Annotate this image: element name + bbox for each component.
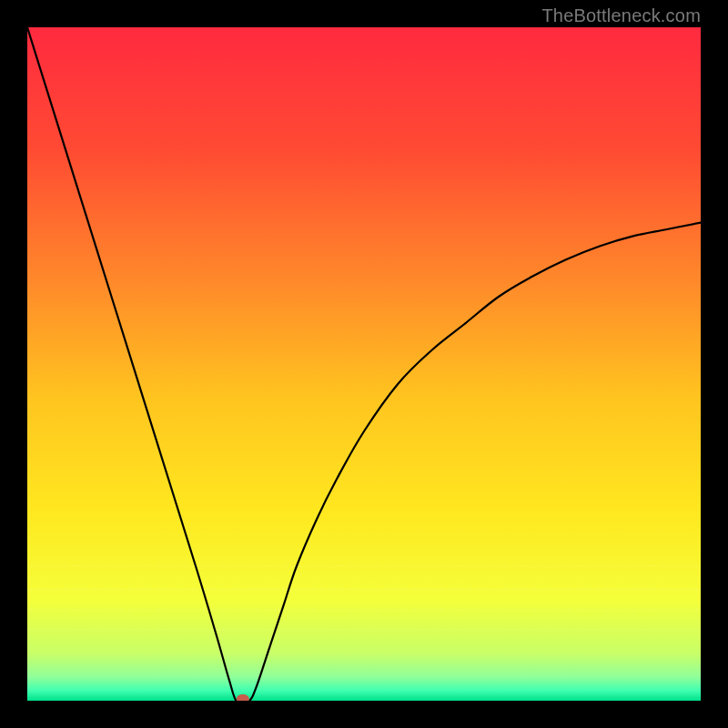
svg-point-75	[308, 565, 310, 567]
svg-point-489	[511, 609, 513, 611]
svg-point-133	[527, 565, 529, 567]
svg-point-588	[207, 630, 209, 632]
svg-point-63	[264, 565, 266, 567]
svg-point-36	[162, 565, 164, 567]
svg-point-386	[125, 609, 126, 611]
svg-point-385	[121, 609, 123, 611]
svg-point-518	[621, 609, 622, 611]
svg-point-535	[685, 609, 687, 611]
svg-point-50	[215, 565, 217, 567]
svg-point-338	[621, 589, 622, 591]
svg-point-77	[317, 565, 318, 567]
svg-point-163	[640, 565, 642, 567]
svg-point-76	[312, 565, 314, 567]
chart-svg	[27, 27, 701, 701]
svg-point-231	[218, 589, 220, 591]
svg-point-43	[188, 565, 190, 567]
svg-point-376	[86, 609, 88, 611]
svg-point-622	[335, 630, 337, 632]
svg-point-583	[188, 630, 190, 632]
svg-point-564	[116, 630, 118, 632]
svg-point-270	[365, 589, 367, 591]
svg-point-128	[508, 565, 510, 567]
svg-point-527	[655, 609, 657, 611]
svg-point-700	[629, 630, 631, 632]
svg-point-273	[377, 589, 379, 591]
svg-point-229	[211, 589, 213, 591]
svg-point-293	[451, 589, 453, 591]
svg-point-484	[493, 609, 495, 611]
svg-point-297	[467, 589, 469, 591]
svg-point-414	[229, 609, 231, 611]
svg-point-15	[83, 565, 85, 567]
svg-point-244	[268, 589, 269, 591]
svg-point-328	[583, 589, 585, 591]
svg-point-245	[271, 589, 273, 591]
svg-point-367	[53, 609, 55, 611]
svg-point-159	[625, 565, 627, 567]
svg-point-476	[463, 609, 465, 611]
svg-point-107	[430, 565, 431, 567]
svg-point-66	[275, 565, 277, 567]
svg-point-648	[433, 630, 435, 632]
svg-point-48	[207, 565, 209, 567]
svg-point-233	[226, 589, 228, 591]
svg-point-678	[546, 630, 548, 632]
svg-point-378	[95, 609, 96, 611]
svg-point-110	[440, 565, 442, 567]
svg-point-673	[527, 630, 529, 632]
svg-point-185	[46, 589, 47, 591]
svg-point-334	[606, 589, 608, 591]
svg-point-88	[358, 565, 359, 567]
svg-point-152	[599, 565, 601, 567]
svg-point-532	[673, 609, 675, 611]
svg-point-272	[373, 589, 375, 591]
svg-point-636	[388, 630, 389, 632]
svg-point-633	[377, 630, 379, 632]
svg-point-421	[256, 609, 258, 611]
svg-point-148	[583, 565, 585, 567]
svg-point-115	[460, 565, 461, 567]
svg-point-552	[72, 630, 74, 632]
svg-point-320	[553, 589, 555, 591]
svg-point-277	[391, 589, 393, 591]
svg-point-85	[347, 565, 349, 567]
svg-point-486	[500, 609, 502, 611]
svg-point-168	[659, 565, 661, 567]
svg-point-260	[328, 589, 329, 591]
svg-point-234	[229, 589, 231, 591]
svg-point-92	[373, 565, 375, 567]
svg-point-480	[478, 609, 480, 611]
svg-point-126	[500, 565, 502, 567]
svg-point-347	[655, 589, 657, 591]
svg-point-600	[252, 630, 254, 632]
svg-point-690	[591, 630, 592, 632]
svg-point-573	[151, 630, 153, 632]
svg-point-243	[264, 589, 266, 591]
svg-point-482	[486, 609, 488, 611]
svg-point-53	[226, 565, 228, 567]
svg-point-259	[324, 589, 326, 591]
svg-point-698	[621, 630, 622, 632]
svg-point-422	[260, 609, 262, 611]
svg-point-611	[294, 630, 296, 632]
svg-point-543	[38, 630, 40, 632]
svg-point-89	[361, 565, 363, 567]
svg-point-483	[490, 609, 491, 611]
svg-point-344	[643, 589, 645, 591]
svg-point-576	[162, 630, 164, 632]
svg-point-709	[662, 630, 664, 632]
svg-point-149	[587, 565, 589, 567]
svg-point-447	[354, 609, 356, 611]
svg-point-412	[222, 609, 224, 611]
svg-point-82	[335, 565, 337, 567]
svg-point-364	[42, 609, 44, 611]
svg-point-373	[76, 609, 77, 611]
svg-point-410	[215, 609, 217, 611]
svg-point-403	[188, 609, 190, 611]
svg-point-424	[268, 609, 269, 611]
svg-point-619	[324, 630, 326, 632]
svg-point-599	[248, 630, 250, 632]
svg-point-591	[218, 630, 220, 632]
svg-point-568	[132, 630, 134, 632]
